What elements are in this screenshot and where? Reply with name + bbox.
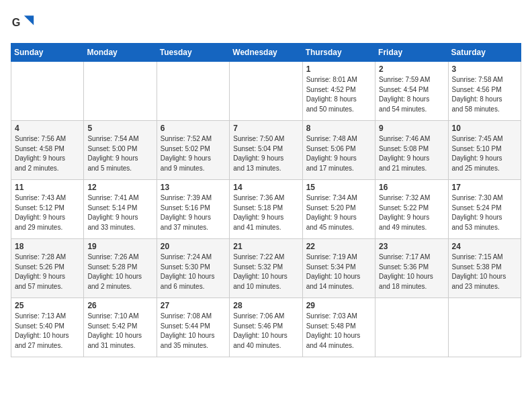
calendar-cell: 2Sunrise: 7:59 AM Sunset: 4:54 PM Daylig…: [375, 62, 448, 121]
day-info: Sunrise: 7:10 AM Sunset: 5:42 PM Dayligh…: [87, 312, 152, 351]
calendar-cell: 28Sunrise: 7:06 AM Sunset: 5:46 PM Dayli…: [230, 298, 302, 357]
calendar-cell: 19Sunrise: 7:26 AM Sunset: 5:28 PM Dayli…: [84, 239, 157, 298]
calendar-cell: 22Sunrise: 7:19 AM Sunset: 5:34 PM Dayli…: [302, 239, 375, 298]
calendar-body: 1Sunrise: 8:01 AM Sunset: 4:52 PM Daylig…: [11, 62, 521, 357]
day-info: Sunrise: 7:03 AM Sunset: 5:48 PM Dayligh…: [306, 312, 371, 351]
calendar-cell: 15Sunrise: 7:34 AM Sunset: 5:20 PM Dayli…: [302, 180, 375, 239]
svg-marker-1: [24, 15, 34, 25]
day-number: 10: [452, 124, 517, 133]
day-info: Sunrise: 7:50 AM Sunset: 5:04 PM Dayligh…: [233, 134, 298, 173]
weekday-thursday: Thursday: [302, 44, 375, 62]
day-number: 19: [87, 242, 152, 251]
weekday-friday: Friday: [375, 44, 448, 62]
calendar-cell: 24Sunrise: 7:15 AM Sunset: 5:38 PM Dayli…: [448, 239, 521, 298]
day-number: 13: [161, 183, 226, 192]
calendar-cell: [157, 62, 229, 121]
day-info: Sunrise: 7:41 AM Sunset: 5:14 PM Dayligh…: [87, 193, 152, 232]
day-number: 22: [306, 242, 371, 251]
day-number: 20: [161, 242, 226, 251]
day-info: Sunrise: 7:17 AM Sunset: 5:36 PM Dayligh…: [379, 253, 444, 291]
day-info: Sunrise: 7:48 AM Sunset: 5:06 PM Dayligh…: [306, 134, 371, 173]
day-info: Sunrise: 7:13 AM Sunset: 5:40 PM Dayligh…: [15, 312, 80, 351]
week-row-2: 4Sunrise: 7:56 AM Sunset: 4:58 PM Daylig…: [11, 121, 521, 180]
day-number: 16: [379, 183, 444, 192]
day-number: 8: [306, 124, 371, 133]
day-info: Sunrise: 7:52 AM Sunset: 5:02 PM Dayligh…: [161, 134, 226, 173]
calendar-cell: 20Sunrise: 7:24 AM Sunset: 5:30 PM Dayli…: [157, 239, 229, 298]
calendar-cell: 29Sunrise: 7:03 AM Sunset: 5:48 PM Dayli…: [302, 298, 375, 357]
day-number: 7: [233, 124, 298, 133]
svg-text:G: G: [12, 16, 21, 28]
calendar-cell: 23Sunrise: 7:17 AM Sunset: 5:36 PM Dayli…: [375, 239, 448, 298]
calendar-cell: 6Sunrise: 7:52 AM Sunset: 5:02 PM Daylig…: [157, 121, 229, 180]
day-info: Sunrise: 7:19 AM Sunset: 5:34 PM Dayligh…: [306, 253, 371, 291]
day-number: 1: [306, 64, 371, 74]
day-number: 5: [87, 124, 152, 133]
calendar-cell: [448, 298, 521, 357]
weekday-monday: Monday: [84, 44, 157, 62]
calendar-cell: 12Sunrise: 7:41 AM Sunset: 5:14 PM Dayli…: [84, 180, 157, 239]
calendar-cell: [375, 298, 448, 357]
day-number: 2: [379, 64, 444, 74]
calendar-cell: 1Sunrise: 8:01 AM Sunset: 4:52 PM Daylig…: [302, 62, 375, 121]
day-number: 25: [15, 301, 80, 310]
day-number: 29: [306, 301, 371, 310]
day-info: Sunrise: 7:46 AM Sunset: 5:08 PM Dayligh…: [379, 134, 444, 173]
day-info: Sunrise: 7:45 AM Sunset: 5:10 PM Dayligh…: [452, 134, 517, 173]
week-row-1: 1Sunrise: 8:01 AM Sunset: 4:52 PM Daylig…: [11, 62, 521, 121]
calendar-cell: 14Sunrise: 7:36 AM Sunset: 5:18 PM Dayli…: [230, 180, 302, 239]
calendar-cell: 10Sunrise: 7:45 AM Sunset: 5:10 PM Dayli…: [448, 121, 521, 180]
calendar-cell: 4Sunrise: 7:56 AM Sunset: 4:58 PM Daylig…: [11, 121, 84, 180]
day-info: Sunrise: 7:59 AM Sunset: 4:54 PM Dayligh…: [379, 75, 444, 114]
week-row-3: 11Sunrise: 7:43 AM Sunset: 5:12 PM Dayli…: [11, 180, 521, 239]
day-info: Sunrise: 7:15 AM Sunset: 5:38 PM Dayligh…: [452, 253, 517, 291]
calendar-cell: 9Sunrise: 7:46 AM Sunset: 5:08 PM Daylig…: [375, 121, 448, 180]
calendar-cell: 25Sunrise: 7:13 AM Sunset: 5:40 PM Dayli…: [11, 298, 84, 357]
weekday-wednesday: Wednesday: [230, 44, 302, 62]
day-info: Sunrise: 7:24 AM Sunset: 5:30 PM Dayligh…: [161, 253, 226, 291]
calendar-cell: 21Sunrise: 7:22 AM Sunset: 5:32 PM Dayli…: [230, 239, 302, 298]
day-info: Sunrise: 7:26 AM Sunset: 5:28 PM Dayligh…: [87, 253, 152, 291]
page-header: G: [11, 11, 521, 35]
day-info: Sunrise: 7:36 AM Sunset: 5:18 PM Dayligh…: [233, 193, 298, 232]
calendar-cell: [84, 62, 157, 121]
day-info: Sunrise: 7:43 AM Sunset: 5:12 PM Dayligh…: [15, 193, 80, 232]
day-info: Sunrise: 7:34 AM Sunset: 5:20 PM Dayligh…: [306, 193, 371, 232]
day-number: 6: [161, 124, 226, 133]
calendar-cell: 17Sunrise: 7:30 AM Sunset: 5:24 PM Dayli…: [448, 180, 521, 239]
weekday-sunday: Sunday: [11, 44, 84, 62]
day-number: 24: [452, 242, 517, 251]
week-row-5: 25Sunrise: 7:13 AM Sunset: 5:40 PM Dayli…: [11, 298, 521, 357]
week-row-4: 18Sunrise: 7:28 AM Sunset: 5:26 PM Dayli…: [11, 239, 521, 298]
weekday-header-row: SundayMondayTuesdayWednesdayThursdayFrid…: [11, 44, 521, 62]
calendar-cell: 5Sunrise: 7:54 AM Sunset: 5:00 PM Daylig…: [84, 121, 157, 180]
day-number: 23: [379, 242, 444, 251]
calendar-cell: 16Sunrise: 7:32 AM Sunset: 5:22 PM Dayli…: [375, 180, 448, 239]
calendar-cell: 11Sunrise: 7:43 AM Sunset: 5:12 PM Dayli…: [11, 180, 84, 239]
day-number: 12: [87, 183, 152, 192]
day-number: 15: [306, 183, 371, 192]
day-number: 4: [15, 124, 80, 133]
day-number: 21: [233, 242, 298, 251]
day-info: Sunrise: 7:56 AM Sunset: 4:58 PM Dayligh…: [15, 134, 80, 173]
day-number: 3: [452, 64, 517, 74]
day-info: Sunrise: 7:22 AM Sunset: 5:32 PM Dayligh…: [233, 253, 298, 291]
day-info: Sunrise: 7:08 AM Sunset: 5:44 PM Dayligh…: [161, 312, 226, 351]
day-info: Sunrise: 7:06 AM Sunset: 5:46 PM Dayligh…: [233, 312, 298, 351]
day-info: Sunrise: 7:54 AM Sunset: 5:00 PM Dayligh…: [87, 134, 152, 173]
calendar-cell: 8Sunrise: 7:48 AM Sunset: 5:06 PM Daylig…: [302, 121, 375, 180]
weekday-tuesday: Tuesday: [157, 44, 229, 62]
calendar-cell: [230, 62, 302, 121]
weekday-saturday: Saturday: [448, 44, 521, 62]
day-info: Sunrise: 7:32 AM Sunset: 5:22 PM Dayligh…: [379, 193, 444, 232]
calendar-cell: [11, 62, 84, 121]
calendar-cell: 3Sunrise: 7:58 AM Sunset: 4:56 PM Daylig…: [448, 62, 521, 121]
logo-icon: G: [11, 11, 35, 35]
day-info: Sunrise: 7:30 AM Sunset: 5:24 PM Dayligh…: [452, 193, 517, 232]
day-number: 28: [233, 301, 298, 310]
day-info: Sunrise: 7:39 AM Sunset: 5:16 PM Dayligh…: [161, 193, 226, 232]
day-info: Sunrise: 8:01 AM Sunset: 4:52 PM Dayligh…: [306, 75, 371, 114]
day-number: 27: [161, 301, 226, 310]
day-number: 18: [15, 242, 80, 251]
day-number: 14: [233, 183, 298, 192]
